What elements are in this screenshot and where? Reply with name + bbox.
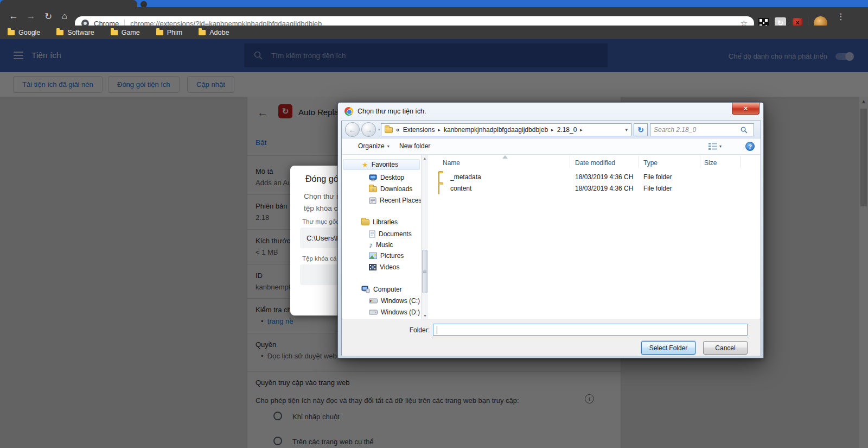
dialog-search-input[interactable] [654,126,741,134]
command-bar: Organize▾ New folder ▾ ? [342,138,761,155]
organize-label: Organize [358,142,385,150]
bookmarks-bar: Google Software Game Phim Adobe [0,26,868,39]
folder-name-input[interactable] [433,324,748,336]
column-header-name[interactable]: Name [443,159,460,167]
sidebar-section-libraries[interactable]: Libraries [343,217,398,228]
scrollbar-thumb[interactable] [422,250,427,293]
sort-ascending-icon [502,155,508,159]
sidebar-label: Recent Places [380,197,422,204]
private-key-label: Tệp khóa cá n [302,255,342,262]
breadcrumb-segment[interactable]: kanbnempkjnhadplbfgdaagijdbdbjeb [444,126,548,134]
breadcrumb-separator-icon[interactable]: ▸ [580,127,583,132]
breadcrumb-prefix[interactable]: « [396,126,400,134]
downloads-icon: ↓ [369,186,377,192]
breadcrumb-separator-icon[interactable]: ▸ [438,127,441,132]
view-options-button[interactable]: ▾ [709,143,722,150]
sidebar-item-downloads[interactable]: ↓Downloads [343,184,412,194]
file-date: 18/03/2019 4:36 CH [575,185,633,192]
sidebar-item-music[interactable]: ♪Music [343,239,393,250]
folder-icon [438,184,439,194]
sidebar-label: Windows (D:) [381,308,420,316]
dialog-footer: Folder: Select Folder Cancel [342,319,761,356]
dialog-body: ★Favorites Desktop ↓Downloads Recent Pla… [342,155,761,319]
column-header-type[interactable]: Type [643,159,658,167]
sidebar-item-windows-d[interactable]: Windows (D:) [343,307,420,318]
pictures-icon [369,253,377,259]
home-icon[interactable]: ⌂ [58,7,72,26]
file-row[interactable]: content 18/03/2019 4:36 CH File folder [430,182,761,194]
sidebar-label: Documents [379,230,412,238]
close-button[interactable]: × [732,103,760,115]
breadcrumb-segment[interactable]: Extensions [403,126,435,134]
dialog-client-area: ← → ▾ « Extensions ▸ kanbnempkjnhadplbfg… [341,121,761,356]
sidebar-item-desktop[interactable]: Desktop [343,172,404,183]
sidebar-section-favorites[interactable]: ★Favorites [343,159,420,170]
root-directory-label: Thư mục gốc [302,218,339,225]
bookmark-folder[interactable]: Software [56,29,94,36]
help-icon[interactable]: ? [745,142,755,151]
nav-back-button[interactable]: ← [345,122,360,137]
column-header-date[interactable]: Date modified [575,159,615,167]
column-separator[interactable] [700,156,700,168]
scrollbar-down-arrow[interactable]: ▼ [422,314,429,318]
new-folder-button[interactable]: New folder [399,142,430,150]
sidebar-item-recent-places[interactable]: Recent Places [343,195,422,206]
root-directory-value: C:\Users\H [307,234,341,242]
address-dropdown-icon[interactable]: ▾ [625,127,628,132]
sidebar-label: Desktop [380,174,404,181]
sidebar-item-pictures[interactable]: Pictures [343,250,404,261]
reload-icon[interactable]: ↻ [41,7,55,26]
file-type: File folder [643,173,672,181]
column-separator[interactable] [570,156,570,168]
dialog-title: Chọn thư mục tiện ích. [358,108,426,115]
search-icon[interactable] [741,127,748,134]
sidebar-item-documents[interactable]: Documents [343,229,412,239]
star-icon: ★ [362,161,368,169]
sidebar-scrollbar[interactable]: ▲ ▼ [421,155,428,319]
bookmark-label: Adobe [209,29,229,36]
bookmark-folder[interactable]: Phim [156,29,182,36]
pack-dialog-text-line2: tệp khóa cá [304,204,342,212]
organize-button[interactable]: Organize▾ [358,142,390,150]
column-separator[interactable] [639,156,639,168]
folder-icon [156,30,163,35]
nav-history-dropdown-icon[interactable]: ▾ [378,128,380,132]
nav-forward-button[interactable]: → [361,122,376,137]
videos-icon [369,264,376,270]
bookmark-folder[interactable]: Google [8,29,40,36]
breadcrumb-segment[interactable]: 2.18_0 [557,126,577,134]
sidebar-label: Music [376,241,393,249]
sidebar-label: Computer [373,286,402,293]
folder-icon [438,173,439,183]
address-breadcrumb-bar[interactable]: « Extensions ▸ kanbnempkjnhadplbfgdaagij… [381,123,631,136]
scrollbar-up-arrow[interactable]: ▲ [422,155,428,160]
drive-c-icon [369,298,378,304]
column-header-size[interactable]: Size [704,159,717,167]
select-folder-button[interactable]: Select Folder [641,341,695,355]
sidebar-item-windows-c[interactable]: Windows (C:) [343,295,420,306]
column-separator[interactable] [740,156,741,168]
refresh-button[interactable]: ↻ [634,123,648,136]
drive-d-expand-arrow[interactable]: ▾ [397,309,399,314]
active-tab[interactable] [0,0,137,7]
bookmark-folder[interactable]: Game [111,29,140,36]
bookmark-folder[interactable]: Adobe [199,29,229,36]
file-name: content [450,185,471,192]
sidebar-label: Favorites [372,161,398,168]
file-list: Name Date modified Type Size _metadata 1… [430,155,761,319]
cancel-button[interactable]: Cancel [703,341,748,355]
chevron-down-icon: ▾ [387,144,390,149]
tab-strip [0,0,868,7]
forward-icon[interactable]: → [24,7,38,26]
back-icon[interactable]: ← [7,7,21,26]
sidebar-label: Libraries [373,218,398,226]
music-icon: ♪ [369,241,373,249]
sidebar-section-computer[interactable]: Computer [343,284,402,295]
menu-dots-icon[interactable]: ⋮ [834,7,848,26]
folder-icon [385,127,393,133]
sidebar-item-videos[interactable]: Videos [343,262,399,273]
breadcrumb-separator-icon[interactable]: ▸ [551,127,554,132]
file-row[interactable]: _metadata 18/03/2019 4:36 CH File folder [430,171,761,182]
folder-icon [199,30,206,35]
dialog-search-box[interactable] [650,123,754,136]
